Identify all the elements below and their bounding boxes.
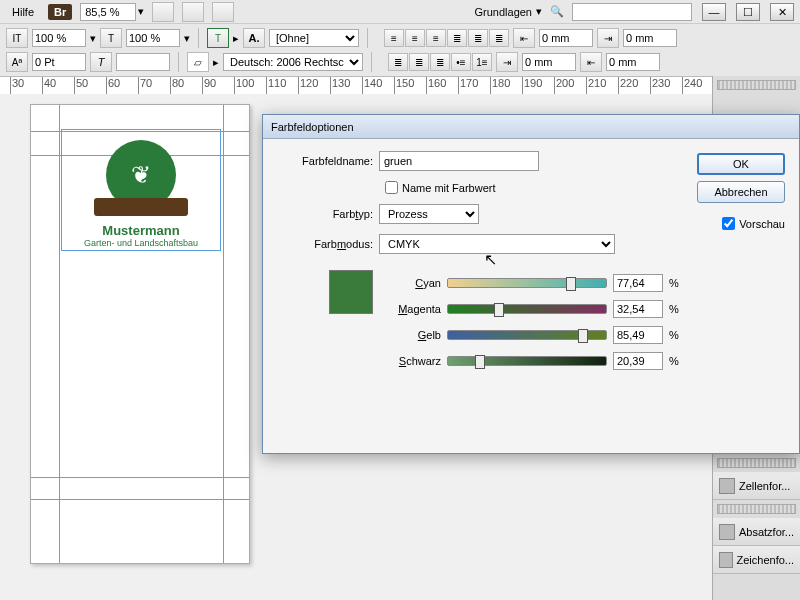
arrange-icon[interactable] — [212, 2, 234, 22]
slider-track[interactable] — [447, 304, 607, 314]
justify-left-icon[interactable]: ≣ — [447, 29, 467, 47]
slider-handle[interactable] — [494, 303, 504, 317]
dock-grip[interactable] — [717, 80, 796, 90]
cancel-button[interactable]: Abbrechen — [697, 181, 785, 203]
control-panel: IT ▾ T ▾ T▸ A. [Ohne] ≡ ≡ ≡ ≣ ≣ ≣ ⇤ ⇥ Aª… — [0, 24, 800, 77]
dock-grip[interactable] — [717, 458, 796, 468]
color-mode-select[interactable]: CMYK — [379, 234, 615, 254]
justify-center-icon[interactable]: ≣ — [468, 29, 488, 47]
slider-value-input[interactable] — [613, 326, 663, 344]
slider-label: Cyan — [387, 277, 441, 289]
screen-mode-icon[interactable] — [182, 2, 204, 22]
help-menu[interactable]: Hilfe — [6, 4, 40, 20]
horizontal-ruler[interactable]: 3040506070809010011012013014015016017018… — [0, 77, 800, 95]
logo-graphic: ❦ — [93, 135, 189, 215]
list-bullet-icon[interactable]: •≡ — [451, 53, 471, 71]
scale-h-input[interactable] — [32, 29, 86, 47]
align-center-icon[interactable]: ≡ — [405, 29, 425, 47]
app-menubar: Hilfe Br ▾ Grundlagen▾ 🔍 — ☐ ✕ — [0, 0, 800, 24]
indent-left-input[interactable] — [539, 29, 593, 47]
align-towards-icon[interactable]: ≣ — [409, 53, 429, 71]
zoom-input[interactable] — [80, 3, 136, 21]
baseline-shift-icon[interactable]: Aª — [6, 52, 28, 72]
paragraph-align-group: ≡ ≡ ≡ ≣ ≣ ≣ — [384, 29, 509, 47]
brand-text: Mustermann Garten- und Landschaftsbau — [71, 223, 211, 248]
slider-track[interactable] — [447, 278, 607, 288]
minimize-button[interactable]: — — [702, 3, 726, 21]
justify-group: ≣ ≣ ≣ •≡ 1≡ — [388, 53, 492, 71]
slider-label: Schwarz — [387, 355, 441, 367]
panel-cell-styles[interactable]: Zellenfor... — [713, 472, 800, 500]
slider-track[interactable] — [447, 356, 607, 366]
bridge-badge[interactable]: Br — [48, 4, 72, 20]
maximize-button[interactable]: ☐ — [736, 3, 760, 21]
tree-icon: ❦ — [131, 161, 151, 189]
indent-left-icon[interactable]: ⇤ — [513, 28, 535, 48]
percent-label: % — [669, 303, 681, 315]
close-button[interactable]: ✕ — [770, 3, 794, 21]
language-select[interactable]: Deutsch: 2006 Rechtschreib — [223, 53, 363, 71]
dropdown-icon[interactable]: ▾ — [138, 5, 144, 18]
char-style-select[interactable]: [Ohne] — [269, 29, 359, 47]
dock-grip[interactable] — [717, 504, 796, 514]
percent-label: % — [669, 277, 681, 289]
indent-right-input[interactable] — [522, 53, 576, 71]
preview-checkbox[interactable]: Vorschau — [697, 217, 785, 230]
search-input[interactable] — [572, 3, 692, 21]
align-right-icon[interactable]: ≡ — [426, 29, 446, 47]
slider-value-input[interactable] — [613, 352, 663, 370]
justify-all-icon[interactable]: ≣ — [388, 53, 408, 71]
slider-label: Magenta — [387, 303, 441, 315]
swatch-name-label: Farbfeldname: — [277, 155, 379, 167]
swatch-options-dialog: Farbfeldoptionen Farbfeldname: Name mit … — [262, 114, 800, 454]
list-number-icon[interactable]: 1≡ — [472, 53, 492, 71]
indent-firstline-icon[interactable]: ⇥ — [597, 28, 619, 48]
char-color-icon[interactable]: T — [207, 28, 229, 48]
slider-value-input[interactable] — [613, 300, 663, 318]
indent-first-input[interactable] — [623, 29, 677, 47]
slider-handle[interactable] — [566, 277, 576, 291]
align-away-icon[interactable]: ≣ — [430, 53, 450, 71]
scale-v-input[interactable] — [126, 29, 180, 47]
slider-handle[interactable] — [578, 329, 588, 343]
search-icon: 🔍 — [550, 5, 564, 18]
slider-label: Gelb — [387, 329, 441, 341]
panel-char-styles[interactable]: Zeichenfo... — [713, 546, 800, 574]
color-type-select[interactable]: Prozess — [379, 204, 479, 224]
character-icon — [719, 552, 733, 568]
indent-last-input[interactable] — [606, 53, 660, 71]
dropdown-icon: ▾ — [536, 5, 542, 18]
dialog-titlebar[interactable]: Farbfeldoptionen — [263, 115, 799, 139]
justify-right-icon[interactable]: ≣ — [489, 29, 509, 47]
slider-value-input[interactable] — [613, 274, 663, 292]
slider-track[interactable] — [447, 330, 607, 340]
fill-icon[interactable]: ▱ — [187, 52, 209, 72]
indent-right-icon[interactable]: ⇥ — [496, 52, 518, 72]
color-swatch-preview — [329, 270, 373, 314]
panel-para-styles[interactable]: Absatzfor... — [713, 518, 800, 546]
table-icon — [719, 478, 735, 494]
align-left-icon[interactable]: ≡ — [384, 29, 404, 47]
swatch-name-input[interactable] — [379, 151, 539, 171]
vertical-scale-icon[interactable]: T — [100, 28, 122, 48]
ok-button[interactable]: OK — [697, 153, 785, 175]
skew-icon[interactable]: T — [90, 52, 112, 72]
percent-label: % — [669, 329, 681, 341]
skew-input[interactable] — [116, 53, 170, 71]
workspace-switcher[interactable]: Grundlagen▾ — [475, 5, 543, 18]
color-type-label: Farbtyp: — [277, 208, 379, 220]
percent-label: % — [669, 355, 681, 367]
char-style-icon[interactable]: A. — [243, 28, 265, 48]
horizontal-scale-icon[interactable]: IT — [6, 28, 28, 48]
color-mode-label: Farbmodus: — [277, 238, 379, 250]
view-options-icon[interactable] — [152, 2, 174, 22]
slider-handle[interactable] — [475, 355, 485, 369]
page: ❦ Mustermann Garten- und Landschaftsbau — [30, 104, 250, 564]
paragraph-icon — [719, 524, 735, 540]
zoom-control[interactable]: ▾ — [80, 3, 144, 21]
indent-last-icon[interactable]: ⇤ — [580, 52, 602, 72]
baseline-input[interactable] — [32, 53, 86, 71]
